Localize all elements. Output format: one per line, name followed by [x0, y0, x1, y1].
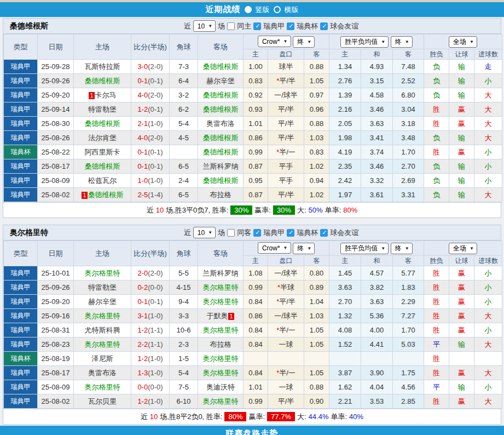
same-venue-checkbox[interactable] — [227, 229, 235, 237]
team-link[interactable]: 奥尔格里特 — [85, 340, 120, 348]
away-team-cell[interactable]: 桑德维根斯 — [198, 174, 244, 188]
league-label[interactable]: 瑞典甲 — [263, 228, 285, 238]
team-link[interactable]: 奥尔格里特 — [85, 383, 120, 391]
away-team-cell[interactable]: 奥迪沃特 — [198, 380, 244, 394]
home-team-cell[interactable]: 瓦斯特拉斯 — [74, 60, 131, 74]
home-team-cell[interactable]: 特雷勒堡 — [74, 281, 131, 295]
away-team-cell[interactable]: 桑德维根斯 — [198, 131, 244, 145]
team-link[interactable]: 奥尔格里特 — [203, 369, 239, 377]
team-link[interactable]: 桑德维根斯 — [203, 62, 239, 71]
league-checkbox-allsvenskan[interactable] — [253, 229, 261, 237]
home-team-cell[interactable]: 法尔肯堡 — [74, 131, 131, 145]
league-label[interactable]: 瑞典杯 — [297, 21, 318, 31]
team-link[interactable]: 于默奥 — [206, 312, 228, 320]
home-team-cell[interactable]: 奥尔格里特 — [74, 337, 131, 352]
league-label[interactable]: 瑞典甲 — [263, 21, 285, 31]
final-odds-select-2[interactable]: 终▼ — [391, 243, 413, 254]
avg-odds-select[interactable]: 胜平负均值▼ — [340, 243, 389, 254]
home-team-cell[interactable]: 瓦尔贝里 — [74, 394, 131, 409]
home-team-cell[interactable]: 奥尔格里特 — [74, 266, 131, 281]
games-count-select[interactable]: 10▼ — [193, 227, 216, 238]
final-odds-select[interactable]: 终▼ — [293, 36, 315, 48]
team-link[interactable]: 奥迪沃特 — [206, 383, 235, 391]
away-team-cell[interactable]: 于默奥1 — [198, 309, 244, 323]
team-link[interactable]: 兰斯科罗纳 — [203, 269, 239, 277]
team-link[interactable]: 瓦斯特拉斯 — [85, 62, 120, 71]
team-link[interactable]: 阿西里斯卡 — [85, 148, 120, 156]
team-link[interactable]: 赫尔辛堡 — [206, 77, 235, 85]
horizontal-layout-label[interactable]: 横版 — [285, 5, 299, 15]
team-link[interactable]: 卡尔马 — [95, 91, 117, 99]
team-link[interactable]: 布拉格 — [210, 191, 231, 199]
team-link[interactable]: 桑德维根斯 — [85, 162, 120, 170]
away-team-cell[interactable]: 桑德维根斯 — [198, 60, 244, 74]
league-checkbox-friendly[interactable] — [320, 229, 328, 237]
team-link[interactable]: 桑德维根斯 — [203, 134, 239, 142]
team-link[interactable]: 奥尔格里特 — [203, 326, 239, 334]
home-team-cell[interactable]: 泽尼斯 — [74, 352, 131, 366]
home-team-cell[interactable]: 奥雷布洛 — [74, 366, 131, 380]
home-team-cell[interactable]: 桑德维根斯 — [74, 159, 131, 174]
home-team-cell[interactable]: 奥尔格里特 — [74, 380, 131, 394]
same-venue-label[interactable]: 同客 — [237, 228, 251, 238]
final-odds-select[interactable]: 终▼ — [293, 243, 315, 254]
team-link[interactable]: 奥雷布洛 — [206, 119, 235, 128]
league-checkbox-friendly[interactable] — [320, 22, 328, 30]
team-link[interactable]: 奥尔格里特 — [203, 283, 239, 291]
away-team-cell[interactable]: 奥尔格里特 — [198, 352, 244, 366]
team-link[interactable]: 法尔肯堡 — [88, 134, 117, 142]
away-team-cell[interactable]: 兰斯科罗纳 — [198, 266, 244, 281]
team-link[interactable]: 桑德维根斯 — [203, 148, 239, 156]
away-team-cell[interactable]: 布拉格 — [198, 188, 244, 202]
home-team-cell[interactable]: 桑德维根斯 — [74, 117, 131, 131]
league-label[interactable]: 瑞典杯 — [297, 228, 318, 238]
away-team-cell[interactable]: 桑德维根斯 — [198, 102, 244, 117]
team-link[interactable]: 特雷勒堡 — [88, 283, 117, 291]
league-label[interactable]: 球会友谊 — [330, 21, 358, 31]
team-link[interactable]: 奥尔格里特 — [203, 297, 239, 306]
away-team-cell[interactable]: 奥雷布洛 — [198, 117, 244, 131]
bookmaker-select[interactable]: Crow*▼ — [258, 36, 291, 47]
team-link[interactable]: 泽尼斯 — [92, 354, 113, 363]
team-link[interactable]: 赫尔辛堡 — [88, 297, 117, 306]
team-link[interactable]: 奥尔格里特 — [85, 269, 120, 277]
away-team-cell[interactable]: 奥尔格里特 — [198, 323, 244, 337]
home-team-cell[interactable]: 尤特斯科腾 — [74, 323, 131, 337]
league-checkbox-cup[interactable] — [287, 229, 294, 237]
home-team-cell[interactable]: 赫尔辛堡 — [74, 295, 131, 309]
same-venue-checkbox[interactable] — [227, 22, 235, 30]
same-venue-label[interactable]: 同主 — [237, 21, 251, 31]
team-link[interactable]: 桑德维根斯 — [203, 176, 239, 185]
bookmaker-select[interactable]: Crow*▼ — [258, 242, 291, 254]
away-team-cell[interactable]: 桑德维根斯 — [198, 88, 244, 102]
home-team-cell[interactable]: 特雷勒堡 — [74, 102, 131, 117]
avg-odds-select[interactable]: 胜平负均值▼ — [340, 36, 389, 48]
team-link[interactable]: 瓦尔贝里 — [88, 397, 117, 405]
fullmatch-select[interactable]: 全场▼ — [449, 36, 477, 48]
home-team-cell[interactable]: 桑德维根斯 — [74, 74, 131, 88]
team-link[interactable]: 奥尔格里特 — [85, 312, 120, 320]
team-link[interactable]: 奥尔格里特 — [203, 354, 239, 363]
games-count-select[interactable]: 10▼ — [193, 20, 216, 32]
home-team-cell[interactable]: 阿西里斯卡 — [74, 145, 131, 159]
horizontal-layout-radio[interactable] — [274, 6, 281, 13]
league-checkbox-cup[interactable] — [287, 22, 294, 30]
team-link[interactable]: 尤特斯科腾 — [85, 326, 120, 334]
team-link[interactable]: 松兹瓦尔 — [88, 176, 117, 185]
team-link[interactable]: 桑德维根斯 — [203, 105, 239, 113]
league-checkbox-allsvenskan[interactable] — [253, 22, 261, 30]
league-label[interactable]: 球会友谊 — [330, 228, 358, 238]
away-team-cell[interactable]: 兰斯科罗纳 — [198, 159, 244, 174]
away-team-cell[interactable]: 奥尔格里特 — [198, 366, 244, 380]
team-link[interactable]: 桑德维根斯 — [203, 91, 239, 99]
away-team-cell[interactable]: 桑德维根斯 — [198, 145, 244, 159]
team-link[interactable]: 奥雷布洛 — [88, 369, 117, 377]
team-link[interactable]: 桑德维根斯 — [85, 119, 120, 128]
team-link[interactable]: 桑德维根斯 — [88, 191, 124, 199]
home-team-cell[interactable]: 1卡尔马 — [74, 88, 131, 102]
away-team-cell[interactable]: 赫尔辛堡 — [198, 74, 244, 88]
team-link[interactable]: 布拉格 — [210, 340, 231, 348]
away-team-cell[interactable]: 奥尔格里特 — [198, 394, 244, 409]
vertical-layout-radio[interactable] — [245, 6, 252, 13]
team-link[interactable]: 奥尔格里特 — [203, 397, 239, 405]
